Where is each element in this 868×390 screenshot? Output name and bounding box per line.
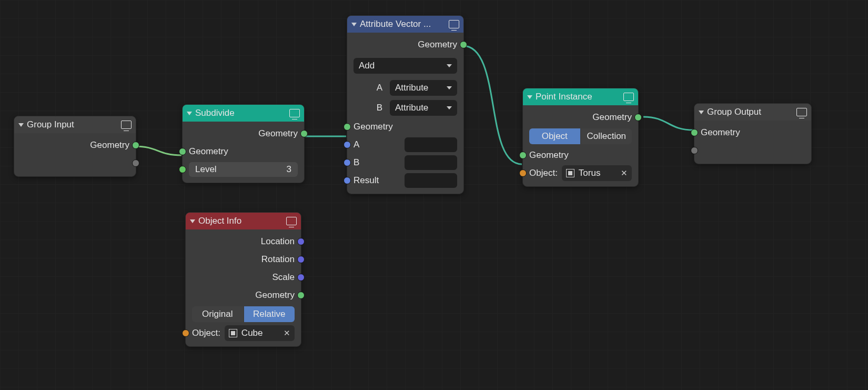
socket-label: B <box>354 157 400 168</box>
collapse-toggle-icon[interactable] <box>190 219 195 223</box>
output-socket-geometry[interactable] <box>460 41 467 48</box>
level-field[interactable]: Level 3 <box>189 162 298 177</box>
clear-icon[interactable]: ✕ <box>284 328 290 338</box>
socket-label: Object: <box>192 328 220 338</box>
socket-label: Object: <box>529 168 558 178</box>
operation-dropdown[interactable]: Add <box>354 58 457 74</box>
output-socket-geometry[interactable] <box>300 130 308 137</box>
socket-label: Location <box>261 236 295 247</box>
chevron-down-icon <box>447 106 452 109</box>
instance-type-toggle[interactable]: Object Collection <box>529 128 632 144</box>
collapse-toggle-icon[interactable] <box>351 23 357 26</box>
node-title: Subdivide <box>195 108 286 118</box>
node-attribute-vector[interactable]: Attribute Vector ... Geometry Add A Attr… <box>347 15 464 194</box>
result-text-field[interactable] <box>405 173 457 188</box>
original-button[interactable]: Original <box>192 306 243 322</box>
node-title: Attribute Vector ... <box>360 19 446 29</box>
preview-icon[interactable] <box>449 20 459 28</box>
preview-icon[interactable] <box>286 217 297 225</box>
socket-label: Geometry <box>90 140 129 151</box>
node-header[interactable]: Group Input <box>14 116 136 133</box>
output-socket-geometry[interactable] <box>132 142 139 149</box>
input-socket-geometry[interactable] <box>519 152 527 159</box>
input-socket-object[interactable] <box>182 329 189 337</box>
output-socket-scale[interactable] <box>297 274 305 281</box>
input-socket-geometry[interactable] <box>691 129 698 136</box>
socket-label: Geometry <box>592 112 632 123</box>
input-socket-result[interactable] <box>344 177 351 184</box>
b-label: B <box>354 103 386 113</box>
node-title: Group Input <box>27 119 118 130</box>
output-socket-virtual[interactable] <box>132 159 139 167</box>
object-button[interactable]: Object <box>529 128 580 144</box>
collapse-toggle-icon[interactable] <box>699 111 704 114</box>
output-socket-rotation[interactable] <box>297 256 305 263</box>
node-subdivide[interactable]: Subdivide Geometry Geometry Level 3 <box>182 104 305 183</box>
a-label: A <box>354 83 386 93</box>
chevron-down-icon <box>447 64 452 67</box>
socket-label: Geometry <box>354 122 393 132</box>
socket-label: Rotation <box>261 254 295 265</box>
preview-icon[interactable] <box>289 109 300 117</box>
input-socket-object[interactable] <box>519 169 527 177</box>
collapse-toggle-icon[interactable] <box>18 123 24 127</box>
a-text-field[interactable] <box>405 137 457 152</box>
input-socket-geometry[interactable] <box>179 148 186 155</box>
chevron-down-icon <box>447 86 452 89</box>
node-title: Group Output <box>707 107 793 117</box>
node-header[interactable]: Object Info <box>186 213 301 229</box>
object-data-icon <box>229 329 237 337</box>
object-data-icon <box>566 169 574 177</box>
node-point-instance[interactable]: Point Instance Geometry Object Collectio… <box>522 88 639 187</box>
socket-label: Scale <box>272 272 295 283</box>
socket-label: Geometry <box>189 146 228 157</box>
node-group-input[interactable]: Group Input Geometry <box>14 116 136 177</box>
relative-button[interactable]: Relative <box>244 306 295 322</box>
b-text-field[interactable] <box>405 155 457 170</box>
input-socket-a[interactable] <box>344 141 351 148</box>
node-group-output[interactable]: Group Output Geometry <box>694 103 812 164</box>
node-header[interactable]: Subdivide <box>183 105 304 122</box>
object-selector[interactable]: Torus ✕ <box>562 165 632 181</box>
preview-icon[interactable] <box>121 121 132 129</box>
node-object-info[interactable]: Object Info Location Rotation Scale Geom… <box>185 212 301 347</box>
node-header[interactable]: Point Instance <box>523 88 638 105</box>
socket-label: A <box>354 139 400 150</box>
socket-label: Geometry <box>255 290 295 301</box>
socket-label: Geometry <box>258 128 298 139</box>
node-header[interactable]: Group Output <box>694 104 811 121</box>
socket-label: Geometry <box>701 127 740 138</box>
clear-icon[interactable]: ✕ <box>621 168 628 178</box>
node-title: Point Instance <box>536 92 620 102</box>
socket-label: Geometry <box>529 150 569 161</box>
object-selector[interactable]: Cube ✕ <box>225 325 295 341</box>
input-socket-b[interactable] <box>344 159 351 166</box>
input-socket-level[interactable] <box>179 166 186 173</box>
node-header[interactable]: Attribute Vector ... <box>347 16 463 33</box>
collection-button[interactable]: Collection <box>581 128 632 144</box>
node-title: Object Info <box>198 216 283 226</box>
output-socket-geometry[interactable] <box>634 114 642 121</box>
socket-label: Geometry <box>418 39 457 50</box>
input-socket-geometry[interactable] <box>344 123 351 131</box>
collapse-toggle-icon[interactable] <box>187 112 192 115</box>
output-socket-geometry[interactable] <box>297 292 305 299</box>
output-socket-location[interactable] <box>297 238 305 245</box>
preview-icon[interactable] <box>623 93 634 101</box>
preview-icon[interactable] <box>796 108 807 116</box>
transform-space-toggle[interactable]: Original Relative <box>192 306 295 322</box>
input-socket-virtual[interactable] <box>691 147 698 154</box>
collapse-toggle-icon[interactable] <box>527 95 532 99</box>
socket-label: Result <box>354 175 400 186</box>
a-mode-dropdown[interactable]: Attribute <box>390 80 457 96</box>
b-mode-dropdown[interactable]: Attribute <box>390 100 457 116</box>
